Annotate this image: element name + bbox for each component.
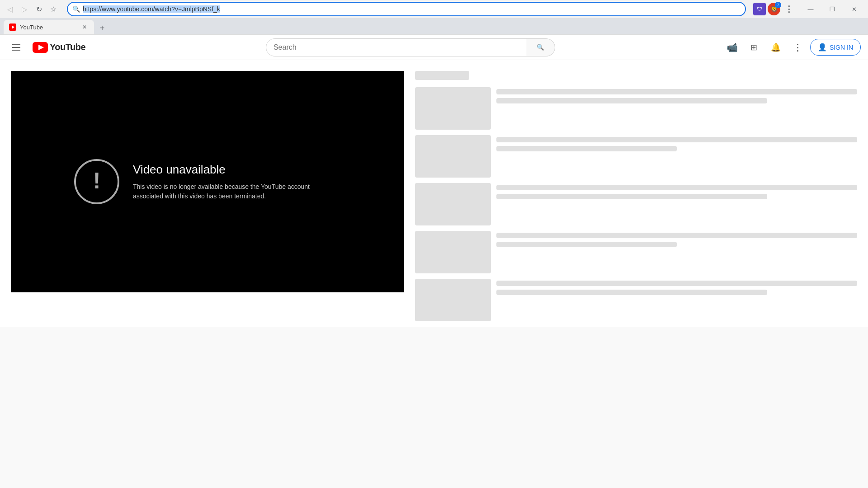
reload-button[interactable]: ↻ (33, 3, 45, 15)
tab-close-button[interactable]: ✕ (80, 23, 89, 31)
bookmark-icon: ☆ (50, 5, 57, 14)
search-icon: 🔍 (537, 44, 544, 51)
skeleton-line (496, 137, 857, 142)
upload-video-button[interactable]: 📹 (723, 38, 741, 56)
browser-titlebar: ◁ ▷ ↻ ☆ 🔍 🛡 🦁 7 (0, 0, 868, 18)
skeleton-line (496, 281, 857, 286)
error-description: This video is no longer available becaus… (133, 182, 341, 201)
sidebar-thumbnail-5 (415, 279, 491, 321)
upload-icon: 📹 (726, 42, 738, 53)
sidebar (415, 71, 857, 327)
sidebar-thumbnail-3 (415, 183, 491, 225)
reload-icon: ↻ (36, 5, 42, 14)
apps-icon: ⊞ (750, 42, 757, 52)
back-icon: ◁ (7, 5, 13, 14)
bell-icon: 🔔 (771, 42, 781, 52)
tab-bar: YouTube ✕ + (0, 18, 868, 34)
minimize-button[interactable]: — (800, 2, 821, 16)
skeleton-line (496, 290, 767, 295)
sign-in-label: SIGN IN (830, 44, 853, 51)
nav-buttons: ◁ ▷ ↻ ☆ (4, 3, 60, 15)
browser-menu-button[interactable]: ⋮ (782, 2, 797, 16)
error-title: Video unavailable (133, 163, 341, 177)
more-button[interactable]: ⋮ (788, 38, 807, 56)
hamburger-button[interactable] (7, 38, 25, 56)
header-center: 🔍 (248, 38, 573, 56)
sign-in-button[interactable]: 👤 SIGN IN (810, 39, 861, 56)
tab-close-icon: ✕ (82, 24, 87, 30)
menu-icon: ⋮ (785, 4, 794, 14)
youtube-content: ! Video unavailable This video is no lon… (0, 60, 868, 327)
brave-bat-icon[interactable]: 🦁 7 (768, 3, 780, 15)
video-player: ! Video unavailable This video is no lon… (11, 71, 404, 292)
new-tab-icon: + (100, 23, 105, 33)
sidebar-header-skeleton (415, 71, 469, 80)
person-icon: 👤 (818, 43, 827, 52)
active-tab[interactable]: YouTube ✕ (4, 20, 94, 34)
youtube-logo-text: YouTube (50, 42, 85, 52)
youtube-logo-icon (33, 42, 48, 53)
error-text-container: Video unavailable This video is no longe… (133, 163, 341, 201)
youtube-header: YouTube 🔍 📹 ⊞ 🔔 (0, 35, 868, 60)
address-bar[interactable]: 🔍 (67, 2, 746, 16)
sidebar-item (415, 87, 857, 130)
sidebar-info-2 (496, 135, 857, 151)
sidebar-info-1 (496, 87, 857, 103)
browser-toolbar-right: 🛡 🦁 7 ⋮ (753, 2, 797, 16)
error-exclamation-icon: ! (93, 169, 101, 192)
video-player-section: ! Video unavailable This video is no lon… (11, 71, 404, 327)
close-icon: ✕ (852, 6, 857, 13)
brave-shield-icon[interactable]: 🛡 (753, 3, 766, 15)
bookmark-button[interactable]: ☆ (47, 3, 60, 15)
notifications-button[interactable]: 🔔 (767, 38, 785, 56)
sidebar-info-3 (496, 183, 857, 199)
tab-title: YouTube (20, 24, 77, 31)
back-button[interactable]: ◁ (4, 3, 16, 15)
sidebar-info-5 (496, 279, 857, 295)
hamburger-line-1 (12, 44, 20, 45)
apps-button[interactable]: ⊞ (745, 38, 763, 56)
sidebar-thumbnail-4 (415, 231, 491, 273)
sidebar-thumbnail-1 (415, 87, 491, 130)
skeleton-line (496, 89, 857, 94)
sidebar-info-4 (496, 231, 857, 247)
youtube-logo[interactable]: YouTube (33, 42, 85, 53)
search-button[interactable]: 🔍 (526, 38, 555, 56)
hamburger-line-2 (12, 47, 20, 48)
sidebar-item (415, 183, 857, 225)
sidebar-item (415, 279, 857, 321)
header-left: YouTube (7, 38, 98, 56)
new-tab-button[interactable]: + (96, 22, 108, 34)
error-icon-circle: ! (74, 159, 119, 204)
skeleton-line (496, 185, 857, 190)
sidebar-thumbnail-2 (415, 135, 491, 178)
skeleton-line (496, 233, 857, 238)
minimize-icon: — (808, 6, 814, 13)
maximize-icon: ❐ (830, 6, 835, 13)
video-unavailable-overlay: ! Video unavailable This video is no lon… (65, 150, 350, 213)
sidebar-item (415, 135, 857, 178)
youtube-page: YouTube 🔍 📹 ⊞ 🔔 (0, 35, 868, 327)
header-right: 📹 ⊞ 🔔 ⋮ 👤 SIGN IN (723, 38, 861, 56)
window-controls: — ❐ ✕ (800, 2, 864, 16)
skeleton-line (496, 146, 677, 151)
tab-favicon (9, 23, 16, 31)
close-button[interactable]: ✕ (844, 2, 864, 16)
forward-icon: ▷ (22, 5, 27, 14)
skeleton-line (496, 194, 767, 199)
search-form: 🔍 (266, 38, 555, 56)
more-icon: ⋮ (793, 42, 802, 53)
skeleton-line (496, 242, 677, 247)
sidebar-item (415, 231, 857, 273)
search-input-wrapper (266, 38, 526, 56)
skeleton-line (496, 98, 767, 103)
address-input[interactable] (83, 5, 741, 13)
browser-chrome: ◁ ▷ ↻ ☆ 🔍 🛡 🦁 7 (0, 0, 868, 35)
search-input[interactable] (274, 43, 519, 52)
maximize-button[interactable]: ❐ (822, 2, 843, 16)
hamburger-line-3 (12, 50, 20, 51)
address-search-icon: 🔍 (72, 5, 80, 13)
forward-button[interactable]: ▷ (18, 3, 31, 15)
brave-badge: 7 (775, 2, 781, 8)
